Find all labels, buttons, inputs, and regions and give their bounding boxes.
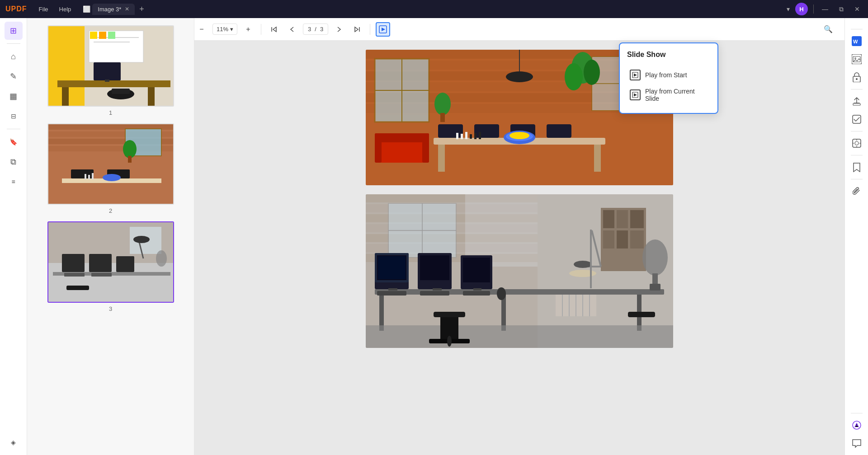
- sidebar-item-edit[interactable]: ✎: [5, 67, 23, 85]
- slide-svg-3: [366, 194, 673, 348]
- right-sidebar-lock[interactable]: [849, 69, 865, 85]
- page-navigation: 3 / 3: [303, 23, 328, 35]
- right-sidebar-check[interactable]: [849, 111, 865, 127]
- dropdown-arrow[interactable]: ▾: [787, 5, 790, 13]
- right-sidebar-share[interactable]: [849, 93, 865, 109]
- thumbnail-svg-3: [48, 222, 174, 303]
- thumbnail-item-2[interactable]: 2: [47, 123, 174, 214]
- svg-rect-146: [434, 312, 465, 317]
- main-layout: ⊞ ⌂ ✎ ▦ ⊟ 🔖 ⧉ ≡ ◈: [0, 18, 868, 455]
- svg-rect-31: [88, 175, 90, 179]
- thumbnail-image-1[interactable]: [47, 25, 174, 107]
- current-page[interactable]: 3: [308, 26, 311, 33]
- sidebar-item-document-view[interactable]: ⊞: [5, 22, 23, 40]
- window-controls: ▾ H — ⧉ ✕: [787, 3, 863, 15]
- slide-image-3: [366, 194, 673, 348]
- pdf-to-image-icon: [852, 54, 862, 64]
- svg-rect-125: [366, 325, 673, 348]
- svg-marker-48: [382, 28, 385, 31]
- right-sidebar-compress[interactable]: [849, 135, 865, 151]
- thumbnail-image-2[interactable]: [47, 123, 174, 205]
- nav-first-button[interactable]: [267, 22, 281, 37]
- thumbnail-item-1[interactable]: 1: [47, 25, 174, 116]
- nav-prev-button[interactable]: [285, 22, 299, 37]
- thumbnail-svg-1: [48, 26, 174, 107]
- thumbnail-num-1: 1: [109, 109, 112, 116]
- tab-label: Image 3*: [98, 6, 121, 13]
- menu-file[interactable]: File: [34, 4, 53, 14]
- sidebar-item-table[interactable]: ▦: [5, 87, 23, 105]
- nav-last-button[interactable]: [350, 22, 364, 37]
- menu-help[interactable]: Help: [55, 4, 76, 14]
- search-button[interactable]: 🔍: [821, 22, 835, 37]
- svg-rect-25: [128, 156, 132, 163]
- svg-rect-91: [375, 133, 429, 142]
- right-sidebar-divider-bottom: [851, 413, 863, 413]
- svg-marker-52: [634, 94, 637, 97]
- svg-rect-73: [438, 145, 445, 172]
- svg-rect-90: [379, 140, 425, 163]
- svg-rect-42: [91, 273, 112, 277]
- sidebar-item-bookmark[interactable]: 🔖: [5, 133, 23, 151]
- left-sidebar: ⊞ ⌂ ✎ ▦ ⊟ 🔖 ⧉ ≡ ◈: [0, 18, 27, 455]
- nav-next-button[interactable]: [332, 22, 346, 37]
- svg-rect-74: [594, 145, 601, 172]
- right-sidebar: W: [844, 18, 868, 455]
- sidebar-item-layers[interactable]: ≡: [5, 173, 23, 191]
- zoom-out-button[interactable]: −: [194, 22, 209, 37]
- svg-rect-83: [461, 134, 463, 139]
- thumbnail-num-2: 2: [109, 207, 112, 214]
- slideshow-button[interactable]: [376, 22, 390, 37]
- play-from-current-icon: [630, 89, 641, 100]
- add-tab-button[interactable]: +: [137, 4, 147, 15]
- svg-rect-12: [148, 87, 155, 107]
- right-sidebar-pdf-img[interactable]: [849, 51, 865, 67]
- svg-rect-142: [377, 291, 406, 296]
- close-button[interactable]: ✕: [852, 5, 863, 14]
- svg-point-46: [156, 250, 167, 267]
- right-sidebar-paperclip[interactable]: [849, 183, 865, 199]
- right-sidebar-ai[interactable]: [849, 417, 865, 433]
- svg-point-69: [584, 60, 600, 85]
- zoom-in-button[interactable]: +: [241, 22, 255, 37]
- zoom-display[interactable]: 11% ▾: [212, 23, 237, 35]
- svg-point-24: [123, 140, 137, 158]
- sidebar-item-stickers[interactable]: ◈: [5, 433, 23, 451]
- titlebar-menu: File Help: [34, 4, 76, 14]
- play-from-current-item[interactable]: Play from Current Slide: [627, 84, 710, 106]
- search-icon: 🔍: [824, 25, 833, 33]
- svg-rect-11: [62, 87, 69, 107]
- toolbar-divider-1: [261, 24, 261, 35]
- svg-rect-82: [456, 133, 458, 139]
- svg-rect-86: [474, 133, 476, 139]
- total-pages: 3: [320, 26, 323, 33]
- thumbnail-item-3[interactable]: 3: [47, 221, 174, 312]
- slides-container[interactable]: [194, 41, 844, 455]
- thumbnail-svg-2: [48, 124, 174, 205]
- sidebar-item-copy[interactable]: ⧉: [5, 153, 23, 171]
- svg-rect-38: [62, 254, 85, 272]
- svg-point-145: [497, 287, 506, 300]
- play-from-start-label: Play from Start: [645, 71, 687, 79]
- avatar[interactable]: H: [795, 3, 808, 15]
- maximize-button[interactable]: ⧉: [836, 5, 846, 14]
- bookmark-icon: 🔖: [9, 138, 17, 145]
- svg-point-149: [447, 336, 452, 347]
- sidebar-item-home[interactable]: ⌂: [5, 47, 23, 66]
- sidebar-item-chart[interactable]: ⊟: [5, 107, 23, 125]
- svg-marker-50: [634, 74, 637, 77]
- thumbnail-image-3[interactable]: [47, 221, 174, 303]
- svg-rect-130: [388, 288, 397, 291]
- minimize-button[interactable]: —: [819, 5, 831, 14]
- zoom-dropdown-icon: ▾: [230, 26, 233, 33]
- comment-icon: [852, 439, 862, 448]
- tab-image3[interactable]: Image 3* ✕: [92, 4, 135, 15]
- tab-close-button[interactable]: ✕: [125, 6, 129, 12]
- right-sidebar-comment[interactable]: [849, 435, 865, 451]
- right-sidebar-bookmark[interactable]: [849, 159, 865, 175]
- right-sidebar-pdf-word[interactable]: W: [849, 33, 865, 49]
- svg-rect-16: [112, 89, 130, 94]
- play-from-start-item[interactable]: Play from Start: [627, 66, 710, 84]
- right-sidebar-divider-top: [851, 29, 863, 29]
- svg-point-164: [855, 141, 859, 145]
